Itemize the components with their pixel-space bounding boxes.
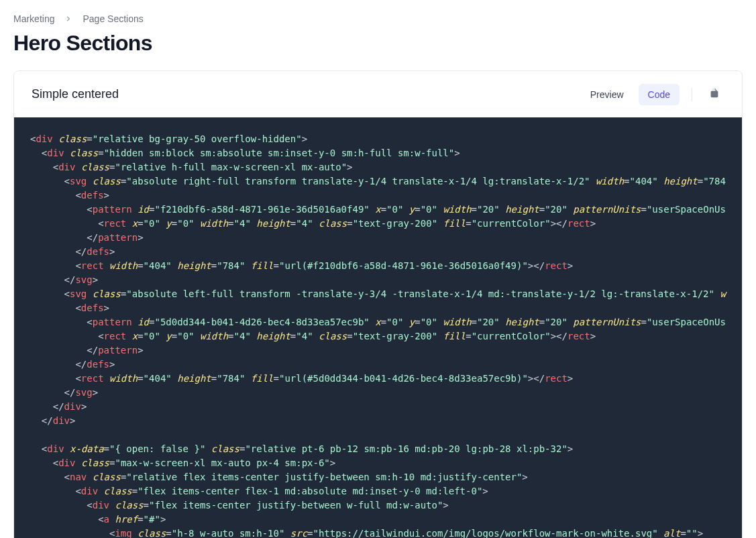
chevron-right-icon bbox=[64, 14, 73, 23]
copy-button[interactable] bbox=[704, 83, 724, 105]
code-tab[interactable]: Code bbox=[639, 84, 680, 105]
clipboard-icon bbox=[708, 87, 720, 101]
preview-tab[interactable]: Preview bbox=[581, 84, 633, 105]
divider bbox=[692, 88, 692, 101]
breadcrumb-marketing[interactable]: Marketing bbox=[13, 13, 54, 24]
breadcrumb-page-sections[interactable]: Page Sections bbox=[83, 13, 143, 24]
card-title: Simple centered bbox=[32, 87, 119, 101]
header-actions: Preview Code bbox=[581, 83, 724, 105]
code-block[interactable]: <div class="relative bg-gray-50 overflow… bbox=[14, 117, 742, 538]
breadcrumb: Marketing Page Sections bbox=[13, 13, 743, 24]
card-header: Simple centered Preview Code bbox=[14, 71, 742, 117]
component-card: Simple centered Preview Code <div class=… bbox=[13, 70, 743, 538]
page-title: Hero Sections bbox=[13, 31, 743, 56]
